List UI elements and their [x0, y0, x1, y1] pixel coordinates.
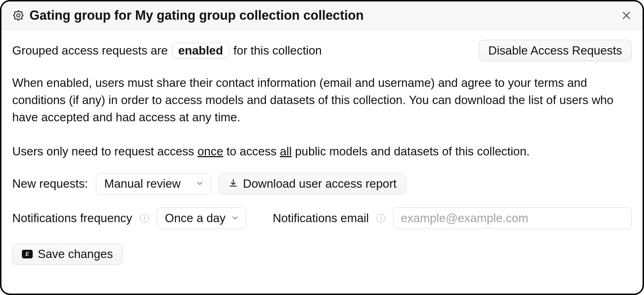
save-button[interactable]: E Save changes: [12, 243, 123, 265]
notif-email-label: Notifications email: [273, 211, 369, 225]
download-icon: [229, 177, 238, 191]
download-report-button[interactable]: Download user access report: [219, 173, 406, 195]
status-text: Grouped access requests are enabled for …: [12, 43, 322, 58]
description-p1: When enabled, users must share their con…: [12, 74, 632, 126]
svg-point-0: [17, 14, 20, 17]
notif-email-input[interactable]: [393, 207, 632, 229]
save-icon: E: [22, 250, 33, 258]
save-label: Save changes: [38, 247, 113, 261]
status-row: Grouped access requests are enabled for …: [12, 40, 632, 61]
modal-header: Gating group for My gating group collect…: [1, 1, 643, 30]
modal-title: Gating group for My gating group collect…: [29, 8, 621, 23]
chevron-down-icon: [231, 211, 239, 225]
modal-body: Grouped access requests are enabled for …: [1, 30, 643, 276]
notif-freq-select[interactable]: Once a day: [157, 207, 246, 229]
close-button[interactable]: [621, 10, 632, 21]
status-suffix: for this collection: [234, 44, 322, 57]
chevron-down-icon: [196, 177, 204, 191]
notifications-row: Notifications frequency i Once a day Not…: [12, 207, 632, 229]
disable-access-requests-button[interactable]: Disable Access Requests: [479, 40, 632, 61]
new-requests-label: New requests:: [12, 177, 88, 191]
gating-icon: [12, 9, 24, 22]
download-report-label: Download user access report: [243, 177, 396, 191]
close-icon: [621, 10, 632, 21]
new-requests-value: Manual review: [104, 177, 181, 191]
info-icon[interactable]: i: [377, 214, 385, 223]
new-requests-row: New requests: Manual review Download use…: [12, 173, 632, 195]
description-block: When enabled, users must share their con…: [12, 74, 632, 160]
underline-once: once: [197, 145, 223, 158]
notif-freq-value: Once a day: [165, 211, 226, 225]
save-row: E Save changes: [12, 243, 632, 265]
info-icon[interactable]: i: [140, 214, 149, 223]
status-badge: enabled: [172, 43, 229, 58]
gating-group-modal: Gating group for My gating group collect…: [0, 0, 644, 295]
new-requests-select[interactable]: Manual review: [96, 173, 211, 195]
status-prefix: Grouped access requests are: [12, 44, 168, 57]
underline-all: all: [280, 145, 292, 158]
description-p2: Users only need to request access once t…: [12, 143, 632, 160]
notif-freq-label: Notifications frequency: [12, 211, 132, 225]
